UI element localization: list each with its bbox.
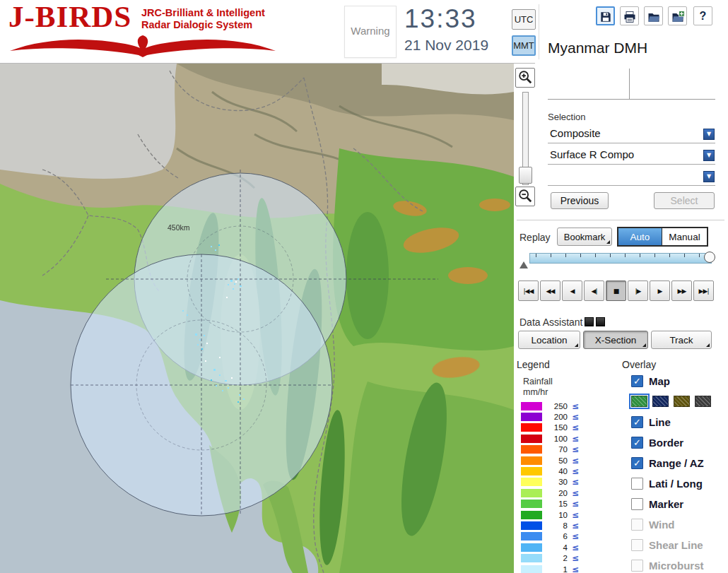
timeline-tick <box>640 254 640 257</box>
overlay-checkbox-lati-long[interactable] <box>631 478 643 490</box>
legend-value: 2 <box>546 554 568 562</box>
playback-step-back-button[interactable]: ◀| <box>584 280 604 301</box>
data-assistant-window-icon <box>585 317 594 326</box>
less-equal-icon: ≤ <box>572 510 579 520</box>
playback-jump-start-button[interactable]: |◀◀ <box>518 280 539 301</box>
overlay-row: Shear Line <box>631 539 726 551</box>
rainfall-title: Rainfall <box>523 377 553 386</box>
mmt-button[interactable]: MMT <box>512 35 536 56</box>
overlay-item-label: Border <box>649 437 683 449</box>
legend-row: 250≤ <box>521 401 613 411</box>
map-style-olive-swatch[interactable] <box>674 396 690 407</box>
export-folder-button[interactable] <box>668 6 687 25</box>
replay-mode-toggle: Auto Manual <box>617 227 708 247</box>
timeline-tick <box>654 254 655 257</box>
product-dropdown[interactable]: Surface R Compo ▼ <box>548 146 715 165</box>
overlay-item-label: Lati / Long <box>649 478 703 490</box>
playback-fast-forward-button[interactable]: ▶▶ <box>671 280 692 301</box>
export-folder-icon <box>669 10 686 24</box>
playback-play-button[interactable]: ▶ <box>650 280 670 301</box>
overlay-item-label: Shear Line <box>649 539 703 551</box>
map-style-charcoal-swatch[interactable] <box>695 396 711 407</box>
print-button[interactable] <box>620 6 639 25</box>
playback-fast-rewind-button[interactable]: ◀◀ <box>540 280 560 301</box>
overlay-checkbox-line[interactable]: ✓ <box>631 416 643 428</box>
overlay-item-label: Wind <box>649 519 675 531</box>
composite-dropdown-value: Composite <box>550 127 601 139</box>
replay-label: Replay <box>519 232 551 243</box>
legend-row: 15≤ <box>521 499 613 509</box>
save-button[interactable] <box>596 6 615 25</box>
overlay-item-label: Marker <box>649 498 683 510</box>
legend-color-swatch <box>521 478 542 486</box>
less-equal-icon: ≤ <box>572 423 579 432</box>
warning-label: Warning <box>345 25 396 37</box>
zoom-slider-handle[interactable] <box>519 167 532 184</box>
playback-stop-button[interactable]: ■ <box>606 280 626 301</box>
chevron-down-icon[interactable]: ▼ <box>703 129 715 140</box>
chevron-down-icon[interactable]: ▼ <box>703 150 715 161</box>
less-equal-icon: ≤ <box>572 434 579 444</box>
legend-row: 20≤ <box>521 488 613 498</box>
legend-value: 4 <box>546 543 568 552</box>
radar-map-image: 450km <box>0 64 514 573</box>
timeline-tick <box>684 254 685 257</box>
less-equal-icon: ≤ <box>572 456 579 466</box>
help-button[interactable]: ? <box>693 6 712 25</box>
logo-subtitle: JRC-Brilliant & Intelligent Radar Dialog… <box>141 7 265 31</box>
less-equal-icon: ≤ <box>572 565 579 573</box>
overlay-checkbox-range-az[interactable]: ✓ <box>631 457 643 469</box>
chevron-down-icon[interactable]: ▼ <box>703 171 715 182</box>
timeline-handle[interactable] <box>704 252 715 263</box>
less-equal-icon: ≤ <box>572 521 579 531</box>
legend-color-swatch <box>521 554 542 562</box>
overlay-checkbox-marker[interactable] <box>631 498 643 510</box>
organization-name: Myanmar DMH <box>548 40 647 57</box>
bookmark-button[interactable]: Bookmark <box>557 228 612 246</box>
composite-dropdown[interactable]: Composite ▼ <box>548 124 715 143</box>
rainfall-unit: mm/hr <box>523 387 548 397</box>
legend-row: 40≤ <box>521 466 613 476</box>
timeline-tick <box>699 254 700 257</box>
utc-button[interactable]: UTC <box>512 9 536 30</box>
open-folder-button[interactable] <box>644 6 663 25</box>
overlay-item-label: Range / AZ <box>649 457 704 469</box>
header-divider <box>539 4 539 59</box>
legend-row: 2≤ <box>521 553 613 563</box>
zoom-out-button[interactable] <box>515 187 535 206</box>
track-button[interactable]: Track <box>651 331 712 349</box>
map-style-navy-swatch[interactable] <box>652 396 669 407</box>
radar-map[interactable]: 450km <box>0 64 514 573</box>
select-button[interactable]: Select <box>654 192 715 209</box>
less-equal-icon: ≤ <box>572 531 579 541</box>
open-folder-icon <box>645 10 662 24</box>
playback-jump-end-button[interactable]: ▶▶| <box>693 280 714 301</box>
extra-dropdown[interactable]: ▼ <box>548 167 715 186</box>
overlay-row: ✓Line <box>631 416 726 428</box>
legend-color-swatch <box>521 489 542 497</box>
timeline-tick <box>595 254 596 257</box>
overlay-checkbox-map[interactable]: ✓ <box>631 375 643 387</box>
timeline-slider[interactable] <box>529 253 712 264</box>
legend-row: 70≤ <box>521 444 613 455</box>
manual-mode-button[interactable]: Manual <box>662 228 707 245</box>
playback-step-forward-button[interactable]: |▶ <box>628 280 648 301</box>
timeline-position-marker <box>519 261 528 268</box>
overlay-item-label: Microburst <box>649 560 704 572</box>
legend-row: 200≤ <box>521 411 613 422</box>
auto-mode-button[interactable]: Auto <box>618 228 662 245</box>
zoom-in-button[interactable] <box>515 68 535 88</box>
legend-color-swatch <box>521 543 542 552</box>
legend-row: 100≤ <box>521 433 613 444</box>
x-section-button[interactable]: X-Section <box>583 331 648 349</box>
previous-button[interactable]: Previous <box>551 192 609 209</box>
playback-play-reverse-button[interactable]: ◀ <box>562 280 582 301</box>
legend-label: Legend <box>517 359 550 370</box>
legend-value: 100 <box>546 435 568 443</box>
overlay-checkbox-border[interactable]: ✓ <box>631 437 643 449</box>
map-style-swatches <box>631 396 726 408</box>
map-style-green-swatch[interactable] <box>631 396 647 407</box>
legend-value: 6 <box>546 532 568 540</box>
location-button[interactable]: Location <box>518 331 580 349</box>
print-icon <box>621 10 638 24</box>
